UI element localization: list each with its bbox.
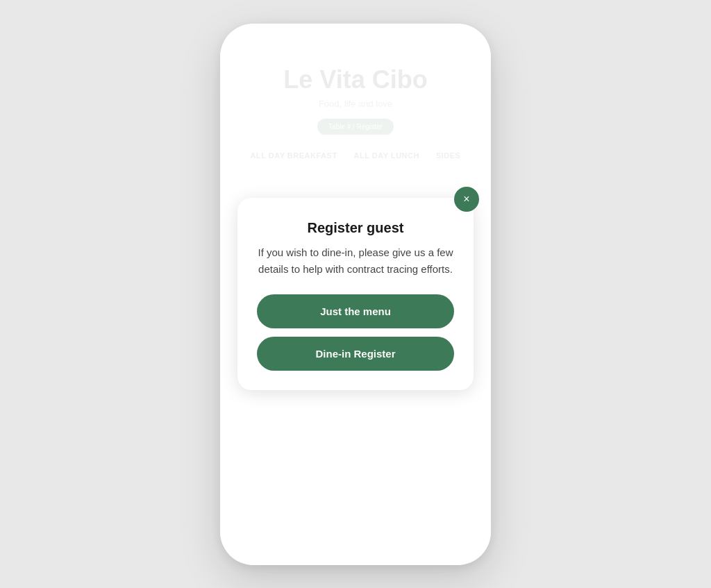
close-button[interactable]: × — [454, 187, 479, 212]
just-the-menu-button[interactable]: Just the menu — [257, 294, 454, 328]
close-icon: × — [463, 194, 469, 205]
modal-overlay: × Register guest If you wish to dine-in,… — [220, 24, 491, 565]
register-modal: × Register guest If you wish to dine-in,… — [237, 198, 474, 390]
modal-title: Register guest — [257, 220, 454, 236]
phone-frame: Le Vita Cibo Food, life and love Table #… — [220, 24, 491, 565]
modal-description: If you wish to dine-in, please give us a… — [257, 244, 454, 278]
dine-in-register-button[interactable]: Dine-in Register — [257, 337, 454, 371]
